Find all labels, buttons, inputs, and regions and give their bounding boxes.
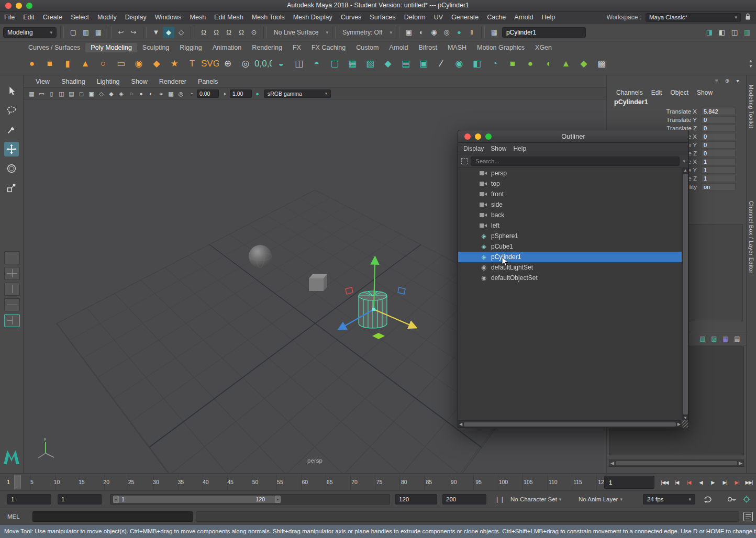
menubar-item[interactable]: Windows (151, 12, 186, 23)
command-line-input[interactable] (32, 511, 193, 522)
type-tool-icon[interactable]: T (183, 54, 201, 73)
channel-box-menu-item[interactable]: Edit (651, 89, 662, 96)
lasso-tool-button[interactable] (4, 103, 19, 118)
render-settings-icon[interactable]: ◎ (441, 27, 452, 38)
channel-value-field[interactable]: 0 (701, 133, 736, 140)
shelf-tab[interactable]: Curves / Surfaces (23, 43, 85, 52)
shelf-tab[interactable]: Arnold (384, 43, 413, 52)
playhead[interactable] (14, 475, 21, 489)
poly-cylinder-icon[interactable]: ▮ (59, 54, 76, 73)
outliner-item[interactable]: defaultObjectSet (458, 273, 682, 283)
wireframe-mode-icon[interactable]: ◇ (96, 89, 106, 98)
range-slider-track[interactable]: 1 120 (110, 494, 390, 505)
outliner-item[interactable]: side (458, 199, 682, 210)
menubar-item[interactable]: Mesh (186, 12, 210, 23)
select-by-object-icon[interactable]: ◆ (163, 27, 174, 38)
menubar-item[interactable]: Surfaces (365, 12, 399, 23)
menubar-item[interactable]: UV (430, 12, 447, 23)
gamma-field[interactable] (230, 89, 252, 98)
scroll-left-icon[interactable]: ◀ (610, 461, 614, 466)
channel-value-field[interactable]: 0 (701, 150, 736, 157)
channel-value-field[interactable]: 1 (701, 158, 736, 165)
playback-start-field[interactable] (58, 494, 102, 505)
outliner-item[interactable]: pCylinder1 (458, 252, 682, 262)
object-name-input[interactable] (502, 27, 586, 38)
scrollbar-thumb[interactable] (464, 422, 676, 427)
tab-channel-box-layer-editor[interactable]: Channel Box / Layer Editor (748, 201, 754, 274)
viewport-menu-item[interactable]: Panels (192, 78, 224, 85)
filter-icon[interactable] (461, 158, 468, 164)
select-tool-button[interactable] (4, 84, 19, 98)
mirror-icon[interactable]: ◧ (468, 54, 486, 73)
shelf-tab[interactable]: Bifrost (413, 43, 442, 52)
safe-title-icon[interactable]: ▣ (86, 89, 96, 98)
menubar-item[interactable]: Modify (93, 12, 121, 23)
combine-icon[interactable]: ◒ (272, 54, 290, 73)
playback-end-field[interactable] (395, 494, 437, 505)
channel-settings-icon[interactable]: ▾ (733, 77, 742, 85)
select-by-component-icon[interactable]: ◇ (175, 27, 187, 38)
scroll-left-icon[interactable]: ◀ (459, 422, 462, 427)
menubar-item[interactable]: Generate (447, 12, 483, 23)
channel-box-hscrollbar[interactable]: ◀ ▶ (609, 459, 744, 467)
snap-to-point-icon[interactable]: Ω (223, 27, 235, 38)
create-polygon-tool-icon[interactable]: ★ (165, 54, 183, 73)
color-management-icon[interactable]: ● (252, 89, 262, 98)
play-backwards-button[interactable]: ◀ (695, 475, 706, 489)
film-gate-icon[interactable]: ▭ (37, 89, 47, 98)
outliner-item[interactable]: top (458, 178, 682, 189)
pinch-brush-icon[interactable]: ▲ (557, 54, 575, 73)
snap-to-grid-icon[interactable]: Ω (198, 27, 209, 38)
outliner-item[interactable]: persp (458, 168, 682, 178)
outliner-titlebar[interactable]: Outliner (458, 130, 688, 143)
shadows-icon[interactable]: ● (136, 89, 146, 98)
menubar-item[interactable]: Deform (400, 12, 430, 23)
make-live-icon[interactable]: ⊙ (248, 27, 260, 38)
menubar-item[interactable]: Edit (19, 12, 39, 23)
poly-sphere-icon[interactable]: ● (23, 54, 41, 73)
go-to-end-button[interactable]: ▶▶| (743, 475, 754, 489)
resolution-gate-icon[interactable]: ▯ (47, 89, 57, 98)
scroll-right-icon[interactable]: ▶ (677, 422, 681, 427)
safe-action-icon[interactable]: ◻ (76, 89, 86, 98)
render-current-frame-icon[interactable]: ◐ (416, 27, 427, 38)
minimize-button[interactable] (16, 3, 22, 9)
viewport-menu-item[interactable]: Show (126, 78, 153, 85)
close-button[interactable] (5, 3, 12, 9)
four-pane-layout-button[interactable] (4, 267, 20, 280)
redo-icon[interactable]: ↪ (128, 27, 139, 38)
workspace-selector[interactable]: Maya Classic* ▾ (646, 13, 741, 22)
group-separator[interactable] (143, 27, 147, 38)
command-result-field[interactable] (196, 511, 739, 522)
new-scene-icon[interactable]: ▢ (68, 27, 79, 38)
input-line-operations-icon[interactable]: ▦ (488, 27, 500, 38)
menubar-item[interactable]: Curves (337, 12, 366, 23)
outliner-menu-item[interactable]: Display (463, 145, 484, 152)
outliner-item[interactable]: back (458, 210, 682, 220)
step-forward-key-button[interactable]: ▶| (731, 475, 742, 489)
shelf-tab[interactable]: FX Caching (306, 43, 351, 52)
outliner-menu-item[interactable]: Show (491, 145, 506, 152)
channel-value-field[interactable]: 5.842 (701, 108, 736, 115)
outliner-menu-item[interactable]: Help (513, 145, 526, 152)
menubar-item[interactable]: File (0, 12, 19, 23)
anim-layer-icon[interactable]: ▦ (721, 334, 730, 343)
channel-value-field[interactable]: 1 (701, 166, 736, 174)
channel-manipulator-icon[interactable]: ≡ (713, 77, 721, 85)
target-weld-icon[interactable]: ◉ (450, 54, 468, 73)
outliner-item[interactable]: pSphere1 (458, 231, 682, 241)
outliner-item[interactable]: left (458, 220, 682, 231)
playback-range-bar[interactable]: 1 120 (113, 496, 281, 503)
scale-tool-button[interactable] (4, 181, 19, 195)
animation-end-field[interactable] (442, 494, 486, 505)
move-tool-button[interactable] (4, 142, 19, 156)
scroll-down-icon[interactable]: ▼ (683, 416, 687, 420)
channel-label[interactable]: Translate X (607, 108, 701, 115)
motion-blur-icon[interactable]: ≈ (156, 89, 166, 98)
zoom-button[interactable] (26, 3, 32, 9)
outliner-persp-layout-button[interactable] (4, 314, 20, 327)
group-separator[interactable] (332, 27, 336, 38)
shelf-tab[interactable]: Rendering (247, 43, 287, 52)
launch-arnold-render-icon[interactable]: ● (453, 27, 465, 38)
channel-speed-icon[interactable]: ⊕ (723, 77, 731, 85)
